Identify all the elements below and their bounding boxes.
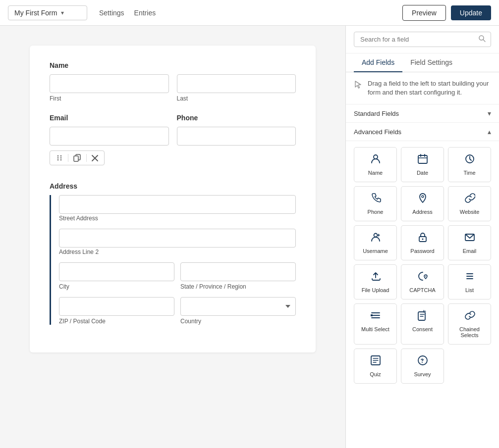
field-tile-name[interactable]: Name [354,147,397,182]
first-name-sublabel: First [50,95,169,102]
email-input[interactable] [50,127,169,146]
field-tile-password-label: Password [410,248,434,254]
last-name-sublabel: Last [177,95,296,102]
topbar-nav: Settings Entries [99,9,156,17]
topbar-left: My First Form ▾ Settings Entries [8,5,156,20]
street-address-group: Street Address [59,195,296,222]
field-search-input[interactable] [354,32,491,47]
field-tile-website[interactable]: Website [448,186,491,221]
form-card: Name First Last Email [30,46,316,352]
svg-rect-13 [418,155,427,163]
street-address-input[interactable] [59,195,296,214]
last-name-input[interactable] [177,74,296,93]
toolbar-sep-1 [68,154,68,162]
field-tile-time[interactable]: Time [448,147,491,182]
field-tile-email[interactable]: Email [448,225,491,260]
form-canvas: Name First Last Email [0,26,345,448]
field-tile-email-label: Email [463,248,477,254]
field-tile-username-label: Username [363,248,388,254]
country-col: Country [180,297,296,325]
quiz-icon [370,355,381,368]
state-sublabel: State / Province / Region [180,283,296,290]
update-button[interactable]: Update [451,5,491,20]
name-label: Name [50,61,296,69]
form-selector-label: My First Form [14,9,57,17]
location-icon [417,193,428,206]
field-tile-captcha[interactable]: CAPTCHA [401,264,444,299]
email-col: Email [50,114,169,146]
advanced-fields-section[interactable]: Advanced Fields ▴ [346,123,499,141]
search-wrapper [354,32,491,47]
person-icon [370,153,381,167]
field-tile-date[interactable]: Date [401,147,444,182]
field-tile-list-label: List [465,287,474,293]
address-line2-input[interactable] [59,229,296,248]
field-tile-file-upload-label: File Upload [362,287,389,293]
first-name-col: First [50,74,169,102]
svg-point-37 [422,362,423,363]
zip-sublabel: ZIP / Postal Code [59,318,174,325]
field-tile-address[interactable]: Address [401,186,444,221]
city-state-row: City State / Province / Region [59,262,296,290]
chain-icon [464,310,475,323]
upload-icon [370,271,381,284]
street-address-sublabel: Street Address [59,215,98,222]
sidebar-tabs: Add Fields Field Settings [346,53,499,72]
field-tile-survey[interactable]: Survey [401,348,444,384]
main-layout: Name First Last Email [0,26,499,448]
phone-input[interactable] [177,127,296,146]
form-selector[interactable]: My First Form ▾ [8,5,87,20]
field-tile-captcha-label: CAPTCHA [409,287,436,293]
move-button[interactable] [54,153,65,162]
svg-rect-30 [371,314,373,316]
field-tile-chained-selects[interactable]: Chained Selects [448,303,491,345]
sidebar-search [346,26,499,53]
field-tile-password[interactable]: Password [401,225,444,260]
city-input[interactable] [59,262,174,281]
preview-button[interactable]: Preview [402,5,446,21]
zip-country-group: ZIP / Postal Code Country [59,297,296,325]
svg-point-2 [57,159,58,160]
clock-icon [464,153,475,167]
field-tile-quiz-label: Quiz [370,371,381,377]
calendar-icon [417,153,428,167]
address-line2-sublabel: Address Line 2 [59,249,99,255]
name-row: First Last [50,74,296,102]
field-tile-phone[interactable]: Phone [354,186,397,221]
field-tile-username[interactable]: Username [354,225,397,260]
field-tile-file-upload[interactable]: File Upload [354,264,397,299]
zip-input[interactable] [59,297,174,316]
delete-button[interactable] [90,154,100,162]
name-field-group: Name First Last [50,61,296,102]
field-tile-consent[interactable]: Consent [401,303,444,345]
entries-link[interactable]: Entries [134,9,156,17]
field-tile-list[interactable]: List [448,264,491,299]
svg-rect-7 [74,156,78,161]
field-tile-survey-label: Survey [414,371,431,377]
tab-add-fields[interactable]: Add Fields [354,53,402,72]
state-input[interactable] [180,262,296,281]
field-tile-multi-select[interactable]: Multi Select [354,303,397,345]
svg-point-3 [60,155,61,156]
envelope-icon [464,232,475,245]
phone-label: Phone [177,114,296,122]
field-tile-date-label: Date [417,170,428,176]
cursor-hint-icon [354,80,363,92]
copy-button[interactable] [71,153,83,163]
zip-col: ZIP / Postal Code [59,297,174,325]
first-name-input[interactable] [50,74,169,93]
zip-country-row: ZIP / Postal Code Country [59,297,296,325]
country-select[interactable] [180,297,296,316]
standard-fields-section[interactable]: Standard Fields ▾ [346,104,499,123]
settings-link[interactable]: Settings [99,9,124,17]
right-sidebar: Add Fields Field Settings Drag a field t… [345,26,499,448]
phone-icon [370,193,381,206]
email-phone-group: Email Phone [50,114,296,170]
field-tile-address-label: Address [412,209,432,215]
email-label: Email [50,114,169,122]
tab-field-settings[interactable]: Field Settings [402,53,460,72]
field-tile-quiz[interactable]: Quiz [354,348,397,384]
svg-point-19 [374,234,377,237]
field-tile-time-label: Time [463,170,475,176]
toolbar-sep-2 [86,154,87,162]
